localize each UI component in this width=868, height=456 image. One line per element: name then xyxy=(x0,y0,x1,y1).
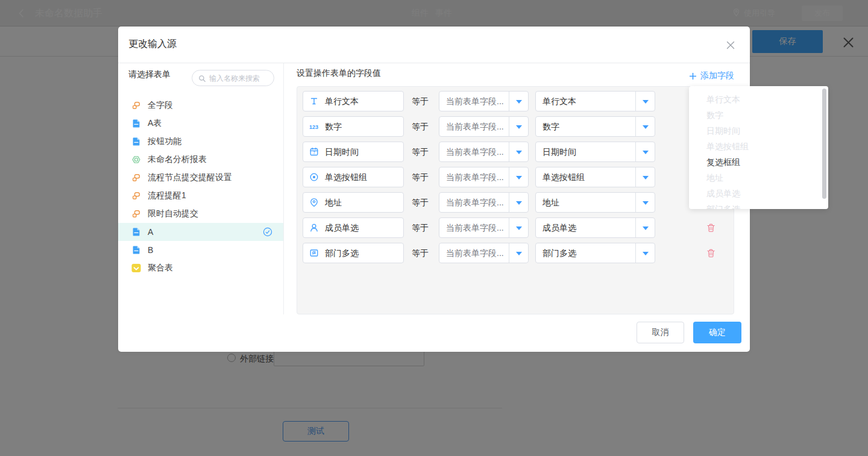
operator-label: 等于 xyxy=(412,142,429,162)
add-field-button[interactable]: 添加字段 xyxy=(689,70,734,81)
caret-down-icon xyxy=(643,226,649,230)
caret-down-icon xyxy=(516,100,522,104)
field-name-label: 地址 xyxy=(325,193,342,212)
caret-zone xyxy=(635,142,655,161)
form-list-item[interactable]: 流程节点提交提醒设置 xyxy=(118,169,283,187)
form-list-item-label: 未命名分析报表 xyxy=(148,154,207,165)
caret-down-icon xyxy=(643,252,649,255)
change-input-source-dialog: 更改输入源 请选择表单 输入名称来搜索 全字段A表按钮功能未命名分析报表流程节点… xyxy=(118,27,750,352)
operator-label: 等于 xyxy=(412,192,429,213)
member-icon xyxy=(309,223,320,233)
caret-zone xyxy=(635,218,655,237)
confirm-button[interactable]: 确定 xyxy=(693,322,741,343)
form-list-item[interactable]: A表 xyxy=(118,114,283,133)
value-select-value: 单选按钮组 xyxy=(542,167,585,187)
value-select-value: 单行文本 xyxy=(542,92,576,111)
caret-zone xyxy=(509,193,528,212)
field-name-box: 单选按钮组 xyxy=(303,167,404,187)
operator-label: 等于 xyxy=(412,243,429,263)
caret-down-icon xyxy=(643,201,649,205)
radio-icon xyxy=(309,172,320,182)
form-list-item-label: 流程提醒1 xyxy=(148,190,186,201)
value-select[interactable]: 数字 xyxy=(535,116,655,137)
search-placeholder: 输入名称来搜索 xyxy=(209,73,260,84)
form-list-item[interactable]: 聚合表 xyxy=(118,259,283,277)
source-select[interactable]: 当前表单字段... xyxy=(439,192,529,213)
field-name-label: 成员单选 xyxy=(325,218,359,237)
caret-zone xyxy=(635,167,655,187)
value-select[interactable]: 日期时间 xyxy=(535,142,655,162)
operator-label: 等于 xyxy=(412,116,429,137)
form-search-input[interactable]: 输入名称来搜索 xyxy=(192,70,274,86)
dropdown-item: 单选按钮组 xyxy=(689,139,828,154)
form-list-item[interactable]: 按钮功能 xyxy=(118,133,283,151)
source-select[interactable]: 当前表单字段... xyxy=(439,116,529,137)
form-list-item-label: 限时自动提交 xyxy=(148,208,198,219)
caret-down-icon xyxy=(516,252,522,255)
cancel-button[interactable]: 取消 xyxy=(637,322,684,343)
caret-zone xyxy=(509,142,528,161)
field-name-box: 成员单选 xyxy=(303,217,404,238)
form-list-item-label: 流程节点提交提醒设置 xyxy=(148,172,232,183)
operator-label: 等于 xyxy=(412,91,429,111)
dropdown-item: 单行文本 xyxy=(689,92,828,107)
form-list-item[interactable]: 全字段 xyxy=(118,96,283,114)
field-name-label: 部门多选 xyxy=(325,243,359,263)
field-name-box: 地址 xyxy=(303,192,404,213)
value-select[interactable]: 单选按钮组 xyxy=(535,167,655,187)
form-list-item[interactable]: B xyxy=(118,241,283,259)
search-icon xyxy=(198,74,206,85)
field-name-box: 7日期时间 xyxy=(303,142,404,162)
sidebar-divider xyxy=(283,63,284,314)
source-select[interactable]: 当前表单字段... xyxy=(439,91,529,111)
field-mapping-row: 单选按钮组等于当前表单字段...单选按钮组 xyxy=(297,167,734,187)
source-select[interactable]: 当前表单字段... xyxy=(439,243,529,263)
form-list-item[interactable]: 限时自动提交 xyxy=(118,205,283,223)
field-mapping-row: 地址等于当前表单字段...地址 xyxy=(297,192,734,213)
form-list-item[interactable]: 未命名分析报表 xyxy=(118,151,283,169)
source-select-value: 当前表单字段... xyxy=(446,167,504,187)
caret-down-icon xyxy=(516,176,522,180)
dept-icon xyxy=(309,248,320,258)
dropdown-item: 部门多选 xyxy=(689,201,828,209)
dropdown-item[interactable]: 复选框组 xyxy=(689,154,828,170)
value-select[interactable]: 成员单选 xyxy=(535,217,655,238)
form-list-item-label: 聚合表 xyxy=(148,263,173,273)
value-select[interactable]: 地址 xyxy=(535,192,655,213)
form-list-item[interactable]: A xyxy=(118,223,283,241)
field-mapping-panel: 单行文本等于当前表单字段...单行文本123数字等于当前表单字段...数字7日期… xyxy=(297,86,734,314)
number-icon: 123 xyxy=(309,122,320,131)
dropdown-item: 数字 xyxy=(689,107,828,123)
field-mapping-row: 单行文本等于当前表单字段...单行文本 xyxy=(297,91,734,111)
value-select[interactable]: 单行文本 xyxy=(535,91,655,111)
source-select[interactable]: 当前表单字段... xyxy=(439,217,529,238)
field-mapping-row: 部门多选等于当前表单字段...部门多选 xyxy=(297,243,734,263)
field-name-box: 123数字 xyxy=(303,116,404,137)
form-list-item-label: 全字段 xyxy=(148,100,173,111)
source-select[interactable]: 当前表单字段... xyxy=(439,167,529,187)
field-name-label: 单选按钮组 xyxy=(325,167,367,187)
source-select[interactable]: 当前表单字段... xyxy=(439,142,529,162)
doc-icon xyxy=(131,119,141,128)
dropdown-item: 地址 xyxy=(689,170,828,186)
delete-row-button[interactable] xyxy=(706,223,715,233)
caret-down-icon xyxy=(516,151,522,154)
form-list: 全字段A表按钮功能未命名分析报表流程节点提交提醒设置流程提醒1限时自动提交AB聚… xyxy=(118,96,283,277)
field-name-label: 日期时间 xyxy=(325,142,359,161)
caret-zone xyxy=(635,92,655,111)
source-select-value: 当前表单字段... xyxy=(446,243,504,263)
operator-label: 等于 xyxy=(412,167,429,187)
caret-down-icon xyxy=(643,176,649,180)
form-list-item[interactable]: 流程提醒1 xyxy=(118,187,283,205)
dialog-close-icon[interactable] xyxy=(726,40,735,50)
delete-row-button[interactable] xyxy=(706,248,715,258)
value-select[interactable]: 部门多选 xyxy=(535,243,655,263)
caret-zone xyxy=(509,117,528,136)
operator-label: 等于 xyxy=(412,217,429,238)
share-icon xyxy=(131,173,141,183)
source-select-value: 当前表单字段... xyxy=(446,193,504,212)
field-name-label: 单行文本 xyxy=(325,92,359,111)
share-icon xyxy=(131,191,141,201)
source-select-value: 当前表单字段... xyxy=(446,92,504,111)
dropdown-scrollbar[interactable] xyxy=(822,89,826,199)
